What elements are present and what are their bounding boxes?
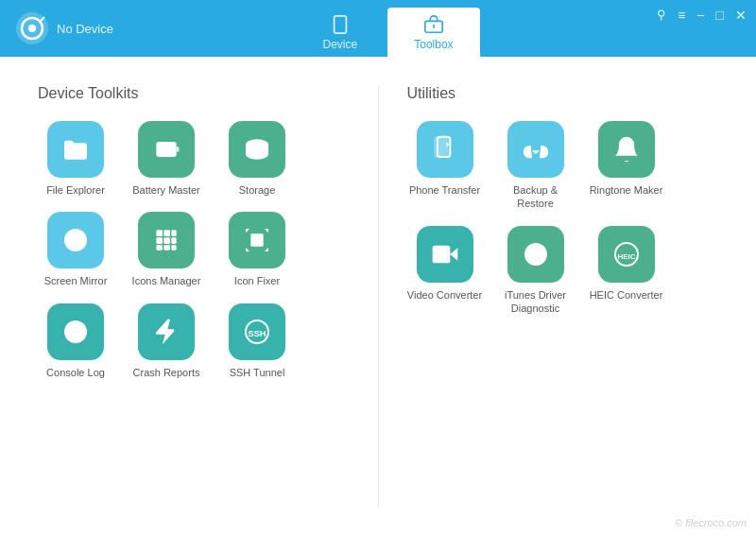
tool-ssh-tunnel[interactable]: SSH SSH Tunnel <box>219 303 295 379</box>
app-branding: No Device <box>0 0 129 57</box>
tool-phone-transfer[interactable]: Phone Transfer <box>407 121 483 211</box>
tool-icons-manager[interactable]: Icons Manager <box>129 212 204 287</box>
video-converter-label: Video Converter <box>407 288 482 302</box>
svg-marker-35 <box>450 248 457 260</box>
svg-rect-21 <box>163 246 170 251</box>
itunes-driver-label: iTunes Driver Diagnostic <box>498 288 574 316</box>
tool-ringtone-maker[interactable]: Ringtone Maker <box>589 121 664 211</box>
console-log-label: Console Log <box>46 366 105 379</box>
video-converter-icon <box>417 226 473 283</box>
tool-icon-fixer[interactable]: Icon Fixer <box>219 212 295 287</box>
tool-itunes-driver[interactable]: iTunes Driver Diagnostic <box>498 226 574 316</box>
utilities-title: Utilities <box>407 85 719 102</box>
ringtone-maker-icon <box>598 121 655 178</box>
battery-master-icon <box>138 121 195 178</box>
storage-icon <box>229 121 285 178</box>
svg-rect-16 <box>171 231 176 237</box>
backup-restore-icon <box>507 121 564 178</box>
icons-manager-icon <box>138 212 195 268</box>
utilities-grid: Phone Transfer Backup & Restore Ringtone… <box>407 121 719 315</box>
icon-fixer-icon <box>229 212 285 268</box>
icons-manager-label: Icons Manager <box>132 274 201 287</box>
ssh-tunnel-label: SSH Tunnel <box>230 366 285 379</box>
svg-rect-10 <box>160 146 168 153</box>
svg-rect-20 <box>156 246 163 251</box>
tab-toolbox-label: Toolbox <box>414 38 453 51</box>
menu-icon[interactable]: ≡ <box>678 8 685 23</box>
tool-heic-converter[interactable]: HEIC HEIC Converter <box>589 226 664 316</box>
heic-converter-label: HEIC Converter <box>590 288 663 302</box>
file-explorer-icon <box>47 121 104 178</box>
tool-backup-restore[interactable]: Backup & Restore <box>498 121 574 211</box>
tab-toolbox[interactable]: Toolbox <box>387 8 479 57</box>
tab-device-label: Device <box>323 38 358 51</box>
title-bar: No Device Device Toolbox ⚲ ≡ − □ ✕ <box>0 0 756 57</box>
svg-rect-9 <box>177 147 180 151</box>
svg-rect-23 <box>250 234 263 247</box>
ssh-tunnel-icon: SSH <box>229 303 285 360</box>
crash-reports-label: Crash Reports <box>133 366 200 379</box>
tab-bar: Device Toolbox <box>129 0 647 57</box>
console-log-icon <box>47 303 104 360</box>
tool-file-explorer[interactable]: File Explorer <box>38 121 113 197</box>
svg-rect-4 <box>334 16 346 33</box>
svg-point-2 <box>28 25 36 32</box>
search-icon[interactable]: ⚲ <box>657 8 666 22</box>
tool-console-log[interactable]: Console Log <box>38 303 113 379</box>
screen-mirror-icon <box>47 212 104 268</box>
svg-rect-17 <box>156 238 163 245</box>
crash-reports-icon <box>138 303 195 360</box>
svg-rect-18 <box>163 238 170 245</box>
storage-label: Storage <box>239 183 276 197</box>
backup-restore-label: Backup & Restore <box>498 183 574 211</box>
tab-device[interactable]: Device <box>297 8 385 57</box>
tool-screen-mirror[interactable]: Screen Mirror <box>38 212 113 287</box>
svg-rect-34 <box>432 245 450 263</box>
section-divider <box>378 85 379 508</box>
tool-storage[interactable]: Storage <box>219 121 295 197</box>
watermark: © filecroco.com <box>675 517 747 528</box>
device-toolkits-grid: File Explorer Battery Master Storage <box>38 121 350 379</box>
svg-text:HEIC: HEIC <box>617 252 635 261</box>
tool-video-converter[interactable]: Video Converter <box>407 226 483 316</box>
file-explorer-label: File Explorer <box>46 183 105 197</box>
device-status: No Device <box>57 22 113 36</box>
svg-point-27 <box>75 334 77 337</box>
battery-master-label: Battery Master <box>132 183 200 197</box>
phone-transfer-label: Phone Transfer <box>409 183 480 197</box>
svg-text:SSH: SSH <box>248 329 266 338</box>
ringtone-maker-label: Ringtone Maker <box>590 183 663 197</box>
svg-rect-22 <box>171 246 176 251</box>
app-logo-icon <box>15 11 49 45</box>
svg-rect-15 <box>163 231 170 237</box>
itunes-driver-icon <box>507 226 564 283</box>
utilities-section: Utilities Phone Transfer Backup & Restor… <box>407 85 719 508</box>
icon-fixer-label: Icon Fixer <box>234 274 280 287</box>
device-toolkits-section: Device Toolkits File Explorer Battery Ma… <box>38 85 350 508</box>
svg-rect-14 <box>156 231 163 237</box>
svg-point-36 <box>524 243 547 266</box>
heic-converter-icon: HEIC <box>598 226 655 283</box>
phone-transfer-icon <box>417 121 473 178</box>
maximize-icon[interactable]: □ <box>716 8 724 23</box>
screen-mirror-label: Screen Mirror <box>44 274 108 287</box>
window-controls: ⚲ ≡ − □ ✕ <box>647 0 756 57</box>
close-icon[interactable]: ✕ <box>735 8 747 23</box>
tool-battery-master[interactable]: Battery Master <box>129 121 204 197</box>
main-content: Device Toolkits File Explorer Battery Ma… <box>0 57 756 536</box>
minimize-icon[interactable]: − <box>696 8 704 23</box>
tool-crash-reports[interactable]: Crash Reports <box>129 303 204 379</box>
svg-rect-19 <box>171 238 176 245</box>
device-toolkits-title: Device Toolkits <box>38 85 350 102</box>
